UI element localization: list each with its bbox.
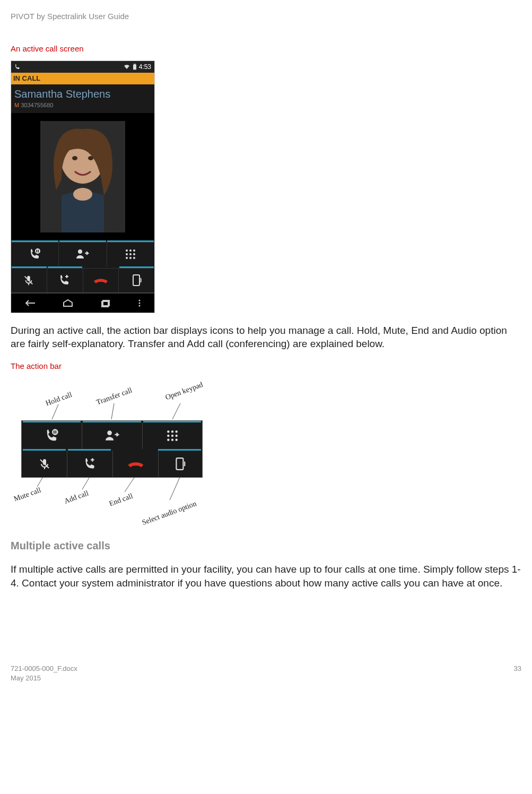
label-audio: Select audio option xyxy=(141,498,198,528)
status-bar: 4:53 xyxy=(11,61,154,73)
mute-icon xyxy=(22,451,67,477)
caller-number: M 3034755680 xyxy=(14,101,151,109)
svg-point-5 xyxy=(88,156,93,160)
figure-caption-1: An active call screen xyxy=(11,43,521,54)
action-bar-diagram: Hold call Transfer call Open keypad Mute… xyxy=(11,378,212,527)
svg-point-16 xyxy=(129,253,132,255)
add-call-button[interactable] xyxy=(47,268,83,292)
label-add: Add call xyxy=(63,488,90,506)
end-call-button[interactable] xyxy=(83,268,119,292)
svg-point-46 xyxy=(176,435,178,437)
svg-point-37 xyxy=(52,429,58,435)
svg-point-47 xyxy=(167,438,169,441)
label-transfer: Transfer call xyxy=(95,385,134,408)
svg-point-44 xyxy=(167,435,169,437)
svg-point-8 xyxy=(35,248,40,254)
svg-point-17 xyxy=(133,253,135,255)
add-call-icon xyxy=(67,451,113,477)
svg-point-18 xyxy=(126,257,128,259)
svg-rect-9 xyxy=(36,250,37,253)
hold-button[interactable] xyxy=(11,242,59,266)
svg-line-36 xyxy=(170,476,180,500)
svg-point-12 xyxy=(126,249,128,252)
footer-page-number: 33 xyxy=(514,664,521,683)
status-clock: 4:53 xyxy=(139,63,151,72)
recent-icon[interactable] xyxy=(100,299,112,307)
svg-point-14 xyxy=(133,249,135,252)
svg-line-34 xyxy=(82,476,90,489)
page-header: PIVOT by Spectralink User Guide xyxy=(11,11,521,22)
home-icon[interactable] xyxy=(62,299,74,307)
svg-rect-1 xyxy=(134,64,135,65)
phone-screenshot: 4:53 IN CALL Samantha Stephens M 3034755… xyxy=(11,61,155,313)
svg-point-11 xyxy=(78,249,82,254)
subheading-multiple-calls: Multiple active calls xyxy=(11,538,521,553)
end-call-icon xyxy=(113,451,159,477)
action-row-1 xyxy=(11,242,154,266)
svg-point-40 xyxy=(107,430,112,435)
svg-rect-0 xyxy=(133,64,136,70)
svg-point-4 xyxy=(72,156,77,160)
wifi-icon xyxy=(123,64,130,70)
svg-point-43 xyxy=(176,430,178,433)
svg-point-42 xyxy=(171,430,173,433)
svg-rect-53 xyxy=(176,458,183,470)
mute-button[interactable] xyxy=(11,268,47,292)
svg-point-45 xyxy=(171,435,173,437)
hold-icon xyxy=(22,422,82,449)
action-bar-enlarged xyxy=(21,420,203,478)
svg-rect-10 xyxy=(38,250,39,253)
label-hold: Hold call xyxy=(44,390,73,409)
svg-point-19 xyxy=(129,257,132,259)
svg-point-27 xyxy=(139,299,141,301)
keypad-button[interactable] xyxy=(107,242,154,266)
label-end: End call xyxy=(108,491,134,509)
caller-info: Samantha Stephens M 3034755680 xyxy=(11,84,154,113)
footer-doc: 721-0005-000_F.docx xyxy=(11,664,77,674)
label-mute: Mute call xyxy=(12,485,42,504)
svg-line-32 xyxy=(172,403,180,419)
contact-photo xyxy=(11,113,154,240)
svg-line-35 xyxy=(125,476,135,492)
phone-status-icon xyxy=(14,64,21,70)
svg-line-31 xyxy=(111,403,114,419)
transfer-icon xyxy=(82,422,143,449)
paragraph-1: During an active call, the action bar di… xyxy=(11,324,521,351)
audio-button[interactable] xyxy=(119,268,154,292)
svg-point-29 xyxy=(139,305,141,306)
transfer-button[interactable] xyxy=(59,242,107,266)
svg-rect-38 xyxy=(53,430,54,434)
svg-point-41 xyxy=(167,430,169,433)
audio-icon xyxy=(159,451,202,477)
battery-icon xyxy=(133,64,137,70)
label-keypad: Open keypad xyxy=(164,379,204,403)
svg-point-20 xyxy=(133,257,135,259)
page-footer: 721-0005-000_F.docx May 2015 33 xyxy=(11,664,521,683)
svg-point-48 xyxy=(171,438,173,441)
keypad-icon xyxy=(143,422,202,449)
svg-point-13 xyxy=(129,249,132,252)
figure-caption-2: The action bar xyxy=(11,360,521,372)
svg-point-49 xyxy=(176,438,178,441)
svg-rect-24 xyxy=(133,275,139,286)
menu-icon[interactable] xyxy=(138,299,141,307)
number-type: M xyxy=(14,102,19,108)
paragraph-2: If multiple active calls are permitted i… xyxy=(11,563,521,590)
caller-name: Samantha Stephens xyxy=(14,87,151,101)
svg-point-28 xyxy=(139,302,141,304)
phone-number: 3034755680 xyxy=(21,102,53,108)
android-nav-bar xyxy=(11,292,154,313)
action-row-2 xyxy=(11,268,154,292)
svg-point-15 xyxy=(126,253,128,255)
back-icon[interactable] xyxy=(24,299,36,307)
footer-date: May 2015 xyxy=(11,674,77,683)
in-call-banner: IN CALL xyxy=(11,73,154,84)
svg-rect-39 xyxy=(55,430,56,434)
svg-point-7 xyxy=(73,188,92,201)
